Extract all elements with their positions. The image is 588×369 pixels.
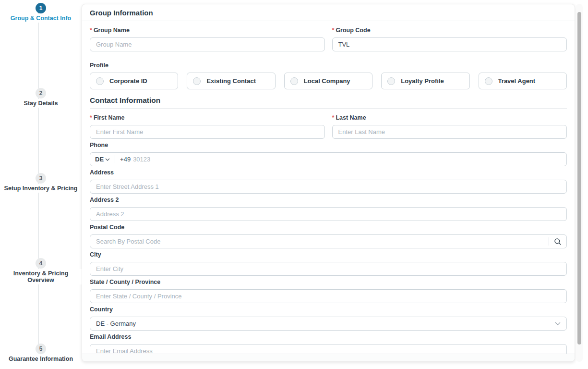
required-asterisk: * bbox=[90, 27, 92, 34]
chevron-down-icon bbox=[105, 158, 110, 161]
profile-options-row: Corporate ID Existing Contact Local Comp… bbox=[90, 73, 567, 89]
group-name-code-row: *Group Name *Group Code bbox=[90, 27, 567, 51]
state-label: State / County / Province bbox=[90, 279, 567, 286]
state-input[interactable] bbox=[90, 289, 567, 303]
step-number-badge[interactable]: 2 bbox=[36, 88, 46, 98]
last-name-label: *Last Name bbox=[332, 114, 567, 122]
country-field-group: Country DE - Germany bbox=[90, 306, 567, 331]
email-label: Email Address bbox=[90, 333, 567, 341]
panel-title: Group Information bbox=[82, 4, 575, 21]
step-number-badge[interactable]: 3 bbox=[36, 173, 46, 184]
panel-body: *Group Name *Group Code Profile Corporat… bbox=[82, 21, 575, 358]
stepper-step-stay-details[interactable]: 2 Stay Details bbox=[0, 88, 82, 108]
radio-icon[interactable] bbox=[387, 77, 395, 85]
postal-code-input[interactable] bbox=[96, 238, 545, 245]
state-field-group: State / County / Province bbox=[90, 279, 567, 303]
address2-label: Address 2 bbox=[90, 197, 567, 204]
postal-code-search-button[interactable] bbox=[550, 238, 562, 246]
step-label[interactable]: Group & Contact Info bbox=[9, 14, 73, 23]
wizard-stepper: 1 Group & Contact Info 2 Stay Details 3 … bbox=[0, 0, 82, 369]
postal-code-field-group: Postal Code bbox=[90, 224, 567, 248]
profile-option-travel-agent[interactable]: Travel Agent bbox=[479, 73, 567, 89]
city-field-group: City bbox=[90, 251, 567, 276]
address-label: Address bbox=[90, 169, 567, 176]
postal-code-label: Postal Code bbox=[90, 224, 567, 231]
step-label[interactable]: Stay Details bbox=[22, 99, 60, 108]
last-name-input[interactable] bbox=[332, 125, 567, 139]
phone-composite-input: DE +49 bbox=[90, 152, 567, 166]
divider bbox=[115, 155, 115, 163]
first-name-field-group: *First Name bbox=[90, 114, 325, 139]
city-label: City bbox=[90, 251, 567, 258]
group-name-input[interactable] bbox=[90, 37, 325, 51]
radio-icon[interactable] bbox=[96, 77, 104, 85]
scrollbar-thumb[interactable] bbox=[577, 12, 581, 344]
stepper-step-group-contact-info[interactable]: 1 Group & Contact Info bbox=[0, 3, 82, 23]
name-row: *First Name *Last Name bbox=[90, 114, 567, 139]
group-information-panel: Group Information *Group Name *Group Cod… bbox=[82, 4, 575, 362]
radio-icon[interactable] bbox=[485, 77, 492, 85]
profile-option-local-company[interactable]: Local Company bbox=[284, 73, 372, 89]
address-field-group: Address bbox=[90, 169, 567, 194]
contact-information-title: Contact Information bbox=[90, 96, 567, 109]
profile-option-corporate-id[interactable]: Corporate ID bbox=[90, 73, 178, 89]
group-name-label: *Group Name bbox=[90, 27, 325, 34]
first-name-input[interactable] bbox=[90, 125, 325, 139]
profile-label: Profile bbox=[90, 62, 567, 69]
panel-footer bbox=[82, 354, 575, 361]
search-icon bbox=[554, 238, 562, 246]
profile-option-existing-contact[interactable]: Existing Contact bbox=[187, 73, 275, 89]
step-number-badge[interactable]: 4 bbox=[36, 258, 46, 269]
address2-input[interactable] bbox=[90, 207, 567, 221]
last-name-field-group: *Last Name bbox=[332, 114, 567, 139]
address-input[interactable] bbox=[90, 180, 567, 194]
stepper-step-guarantee-information[interactable]: 5 Guarantee Information bbox=[0, 344, 82, 363]
group-code-label: *Group Code bbox=[332, 27, 567, 34]
city-input[interactable] bbox=[90, 262, 567, 276]
step-label[interactable]: Inventory & Pricing Overview bbox=[0, 269, 82, 284]
phone-field-group: Phone DE +49 bbox=[90, 142, 567, 166]
required-asterisk: * bbox=[332, 114, 335, 121]
divider bbox=[549, 237, 549, 246]
profile-option-loyalty-profile[interactable]: Loyalty Profile bbox=[381, 73, 469, 89]
step-label[interactable]: Setup Inventory & Pricing bbox=[2, 184, 80, 193]
radio-icon[interactable] bbox=[193, 77, 201, 85]
phone-dial-code: +49 bbox=[120, 156, 131, 163]
country-label: Country bbox=[90, 306, 567, 313]
group-code-field-group: *Group Code bbox=[332, 27, 567, 51]
phone-number-input[interactable] bbox=[133, 156, 562, 163]
chevron-down-icon bbox=[555, 322, 561, 325]
required-asterisk: * bbox=[90, 114, 92, 121]
required-asterisk: * bbox=[332, 27, 335, 34]
radio-icon[interactable] bbox=[290, 77, 298, 85]
stepper-step-inventory-pricing-overview[interactable]: 4 Inventory & Pricing Overview bbox=[0, 258, 82, 284]
address2-field-group: Address 2 bbox=[90, 197, 567, 221]
first-name-label: *First Name bbox=[90, 114, 325, 122]
postal-code-composite-input bbox=[90, 234, 567, 248]
step-label[interactable]: Guarantee Information bbox=[7, 355, 75, 363]
step-number-badge[interactable]: 1 bbox=[36, 3, 46, 13]
phone-label: Phone bbox=[90, 142, 567, 149]
country-select[interactable]: DE - Germany bbox=[90, 317, 567, 331]
group-name-field-group: *Group Name bbox=[90, 27, 325, 51]
stepper-step-setup-inventory-pricing[interactable]: 3 Setup Inventory & Pricing bbox=[0, 173, 82, 193]
profile-field-group: Profile Corporate ID Existing Contact Lo… bbox=[90, 62, 567, 89]
group-code-input[interactable] bbox=[332, 37, 567, 51]
step-number-badge[interactable]: 5 bbox=[36, 344, 46, 354]
country-selected-value: DE - Germany bbox=[96, 320, 555, 327]
phone-country-selector[interactable]: DE bbox=[95, 156, 110, 163]
